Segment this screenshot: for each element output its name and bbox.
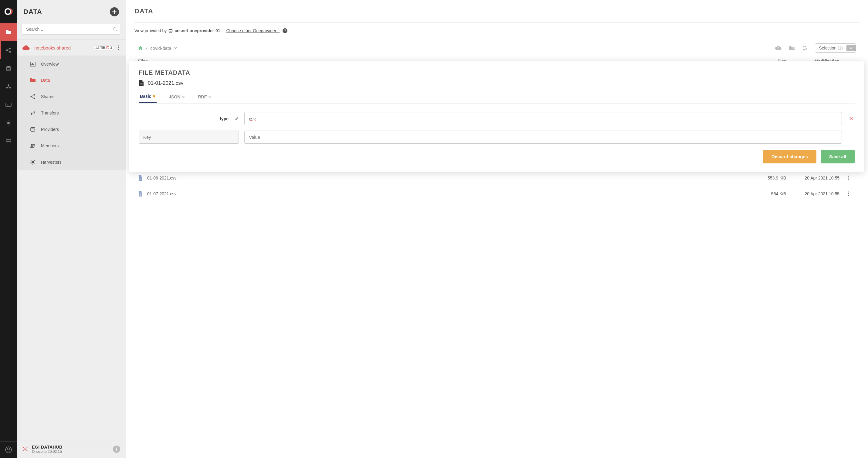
svg-point-2 [6,50,8,51]
sidebar-item-label: Data [41,78,50,83]
bulb-icon [6,120,11,126]
svg-point-24 [34,98,35,99]
cloud-icon [22,45,30,50]
nav-shares[interactable] [0,41,17,59]
sidebar-item-shares[interactable]: Shares [17,88,126,105]
nav-providers[interactable] [0,59,17,78]
folder-icon [5,29,11,35]
svg-point-27 [33,144,35,146]
svg-point-9 [7,122,10,124]
metadata-value-input[interactable] [244,131,842,144]
svg-point-0 [5,9,11,14]
space-name: notebooks-shared [34,45,93,50]
sidebar-item-data[interactable]: Data [17,72,126,88]
svg-point-18 [118,45,119,46]
metadata-key-input[interactable] [139,131,239,144]
plus-icon [112,9,117,14]
nav-clusters[interactable] [0,78,17,96]
search-input[interactable] [22,24,121,35]
nav-automation[interactable] [0,132,17,150]
edit-key-button[interactable] [235,117,239,121]
help-icon[interactable]: ? [283,28,287,33]
home-icon[interactable] [138,46,143,50]
space-badge: 1.1 TiB 3 [93,45,114,50]
space-tree: Overview Data Shares Transfers Providers… [17,56,126,170]
info-button[interactable]: i [113,446,120,453]
space-menu-button[interactable] [117,44,120,51]
tab-json[interactable]: JSON [167,94,186,103]
tab-indicator-icon [153,95,155,97]
sidebar-item-label: Providers [41,127,59,132]
breadcrumb: / covid-data [138,46,177,51]
sidebar-item-overview[interactable]: Overview [17,56,126,72]
tab-basic[interactable]: Basic [139,94,157,103]
new-folder-icon[interactable] [789,46,795,50]
sidebar-title: DATA [23,8,42,16]
sidebar-item-label: Harvesters [41,160,62,165]
main-panel: DATA View provided by cesnet-oneprovider… [126,0,868,458]
modal-filename: 01-01-2021.csv [148,80,183,86]
share-icon [6,47,11,53]
choose-provider-link[interactable]: Choose other Oneprovider... [226,28,280,33]
metadata-new-row [139,131,855,144]
transfer-icon [29,111,36,115]
share-icon [29,94,36,99]
space-row[interactable]: notebooks-shared 1.1 TiB 3 [17,39,126,56]
svg-point-15 [7,448,9,450]
database-icon [168,29,173,33]
file-mod: 20 Apr 2021 10:55 [786,176,847,180]
row-menu-button[interactable] [847,190,856,197]
modal-filename-row: 01-01-2021.csv [139,80,855,87]
selection-button[interactable]: Selection (1) [815,44,856,53]
bulb-icon [29,160,36,165]
sidebar-item-providers[interactable]: Providers [17,121,126,138]
svg-point-37 [848,179,849,180]
divider [134,23,860,23]
search-icon [113,27,117,31]
svg-point-16 [114,28,116,30]
sidebar-item-label: Transfers [41,111,59,115]
nav-account[interactable] [0,441,17,458]
nav-data[interactable] [0,23,17,41]
metadata-key: type [220,116,228,121]
svg-point-38 [848,191,849,192]
table-row[interactable]: 01-06-2021.csv 553.9 KiB 20 Apr 2021 10:… [134,170,860,186]
svg-point-25 [31,127,35,128]
file-size: 554 KiB [744,191,786,196]
table-row[interactable]: 01-07-2021.csv 554 KiB 20 Apr 2021 10:55 [134,186,860,202]
tab-rdf[interactable]: RDF [197,94,212,103]
svg-point-19 [118,47,119,48]
sidebar-item-harvesters[interactable]: Harvesters [17,154,126,170]
sidebar-item-transfers[interactable]: Transfers [17,105,126,121]
metadata-tabs: Basic JSON RDF [139,94,855,104]
add-button[interactable] [110,7,119,17]
file-name: 01-07-2021.csv [147,191,744,196]
svg-point-3 [9,51,11,53]
row-menu-button[interactable] [847,174,856,182]
folder-icon [29,78,36,83]
upload-icon[interactable] [775,46,781,50]
footer-title: EGI DATAHUB [32,445,63,450]
sidebar-item-label: Shares [41,94,54,99]
cluster-icon [6,84,11,89]
page-title: DATA [134,7,860,15]
svg-point-34 [169,29,173,30]
refresh-icon[interactable] [802,45,808,51]
svg-point-4 [6,66,11,68]
disk-icon [106,46,109,49]
svg-point-23 [31,96,32,97]
svg-point-22 [34,94,35,96]
svg-rect-8 [6,103,11,107]
remove-row-button[interactable]: ✕ [847,116,855,121]
metadata-value-input[interactable] [244,112,842,125]
breadcrumb-item[interactable]: covid-data [150,46,171,51]
chevron-down-icon[interactable] [174,47,177,49]
modal-title: FILE METADATA [139,69,855,76]
dots-vertical-icon [848,176,849,180]
database-icon [6,66,11,71]
discard-button[interactable]: Discard changes [763,150,816,163]
sidebar-item-members[interactable]: Members [17,138,126,154]
save-button[interactable]: Save all [820,150,855,163]
nav-harvesters[interactable] [0,114,17,132]
nav-tokens[interactable] [0,96,17,114]
